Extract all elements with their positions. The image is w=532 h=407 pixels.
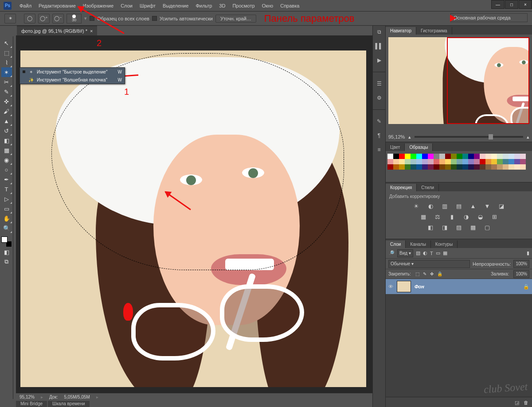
visibility-icon[interactable]: 👁 bbox=[388, 284, 393, 289]
adjustment-icon[interactable]: ⚖ bbox=[434, 213, 442, 220]
adjustment-icon[interactable]: ◒ bbox=[476, 213, 484, 220]
swatch[interactable] bbox=[514, 159, 520, 164]
lock-option-icon[interactable]: 🔒 bbox=[437, 271, 442, 276]
navigator-zoom-slider[interactable] bbox=[415, 136, 523, 138]
adjustment-icon[interactable]: ▩ bbox=[469, 224, 477, 231]
quick-mask-button[interactable]: ◧ bbox=[1, 247, 12, 257]
swatch[interactable] bbox=[411, 164, 416, 170]
swatch[interactable] bbox=[503, 159, 509, 164]
lock-option-icon[interactable]: ✥ bbox=[430, 271, 434, 276]
swatch[interactable] bbox=[416, 164, 422, 170]
swatch[interactable] bbox=[428, 164, 434, 170]
tool-marquee[interactable]: ⬚ bbox=[1, 48, 12, 58]
swatch[interactable] bbox=[474, 154, 480, 159]
swatch[interactable] bbox=[399, 164, 405, 170]
layer-filter-dropdown[interactable]: Вид ▾ bbox=[397, 249, 413, 257]
tool-shape[interactable]: ▭ bbox=[1, 204, 12, 213]
swatch[interactable] bbox=[474, 164, 480, 170]
selection-sub-button[interactable]: ◯⁻ bbox=[52, 14, 64, 23]
menu-файл[interactable]: Файл bbox=[16, 0, 35, 12]
swatch[interactable] bbox=[462, 164, 468, 170]
menu-фильтр[interactable]: Фильтр bbox=[192, 0, 215, 12]
adjustment-icon[interactable]: ⊞ bbox=[490, 213, 498, 220]
document-canvas[interactable] bbox=[20, 50, 366, 387]
swatch[interactable] bbox=[416, 159, 422, 164]
swatch[interactable] bbox=[411, 154, 416, 159]
adjustment-icon[interactable]: ☀ bbox=[412, 202, 420, 209]
swatch[interactable] bbox=[514, 154, 520, 159]
filter-type-icon[interactable]: T bbox=[430, 251, 433, 256]
opacity-input[interactable]: 100% bbox=[513, 260, 529, 268]
selection-new-button[interactable]: ◯ bbox=[24, 14, 35, 23]
fill-input[interactable]: 100% bbox=[513, 270, 529, 278]
tab-mini-bridge[interactable]: Mini Bridge bbox=[16, 401, 47, 407]
swatch[interactable] bbox=[474, 159, 480, 164]
adjustment-icon[interactable]: ◧ bbox=[426, 224, 434, 231]
filter-adjust-icon[interactable]: ◐ bbox=[423, 250, 427, 256]
tool-pen[interactable]: ✒ bbox=[1, 174, 12, 184]
swatch[interactable] bbox=[451, 154, 457, 159]
tab-navigator[interactable]: Навигатор bbox=[386, 27, 416, 35]
filter-smart-icon[interactable]: ▦ bbox=[443, 250, 447, 256]
swatch[interactable] bbox=[439, 159, 445, 164]
dock-icon-4[interactable]: ⚙ bbox=[375, 94, 383, 101]
swatch[interactable] bbox=[416, 154, 422, 159]
tool-move[interactable]: ↖ bbox=[1, 38, 12, 48]
swatch[interactable] bbox=[503, 164, 509, 170]
menu-3d[interactable]: 3D bbox=[215, 0, 229, 12]
navigator-zoom[interactable]: 95,12% bbox=[388, 134, 405, 140]
filter-toggle[interactable]: ▮ bbox=[527, 250, 529, 256]
swatch[interactable] bbox=[480, 159, 485, 164]
swatch[interactable] bbox=[428, 154, 434, 159]
adjustment-icon[interactable]: ◐ bbox=[426, 202, 434, 209]
swatch[interactable] bbox=[405, 154, 411, 159]
tab-histogram[interactable]: Гистограмма bbox=[416, 27, 452, 35]
tool-blur[interactable]: ◉ bbox=[1, 155, 12, 165]
swatch[interactable] bbox=[503, 154, 509, 159]
tool-eyedropper[interactable]: ✎ bbox=[1, 87, 12, 97]
swatch[interactable] bbox=[514, 164, 520, 170]
swatch[interactable] bbox=[491, 164, 497, 170]
document-tab[interactable]: фото.jpg @ 95,1% (RGB/8#) * × bbox=[17, 26, 97, 35]
swatch[interactable] bbox=[457, 159, 462, 164]
layer-name[interactable]: Фон bbox=[415, 284, 424, 289]
swatch[interactable] bbox=[393, 164, 399, 170]
swatch[interactable] bbox=[399, 159, 405, 164]
dock-icon-5[interactable]: ✎ bbox=[375, 118, 383, 125]
menu-справка[interactable]: Справка bbox=[277, 0, 303, 12]
swatch[interactable] bbox=[439, 164, 445, 170]
dock-icon-2[interactable]: ▶ bbox=[375, 57, 383, 64]
swatch[interactable] bbox=[520, 159, 526, 164]
adjustment-icon[interactable]: ▢ bbox=[483, 224, 491, 231]
menu-изображение[interactable]: Изображение bbox=[79, 0, 117, 12]
swatch[interactable] bbox=[497, 154, 503, 159]
swatch[interactable] bbox=[462, 159, 468, 164]
flyout-quick-select[interactable]: ✶ Инструмент "Быстрое выделение" W bbox=[20, 68, 125, 76]
tab-adjustments[interactable]: Коррекция bbox=[386, 184, 417, 191]
tool-preset-button[interactable]: ✶ bbox=[4, 14, 16, 23]
zoom-in-icon[interactable]: ▴ bbox=[527, 134, 529, 140]
tool-dodge[interactable]: ○ bbox=[1, 165, 12, 174]
swatch[interactable] bbox=[520, 164, 526, 170]
tool-gradient[interactable]: ▦ bbox=[1, 145, 12, 155]
min-button[interactable]: — bbox=[491, 0, 505, 9]
filter-shape-icon[interactable]: ▭ bbox=[436, 250, 440, 256]
swatch[interactable] bbox=[445, 159, 451, 164]
swatch[interactable] bbox=[451, 159, 457, 164]
swatch[interactable] bbox=[411, 159, 416, 164]
swatch[interactable] bbox=[480, 164, 485, 170]
tab-timeline[interactable]: Шкала времени bbox=[48, 401, 89, 407]
tool-hand[interactable]: ✋ bbox=[1, 213, 12, 223]
lock-option-icon[interactable]: ✎ bbox=[423, 271, 426, 276]
swatch[interactable] bbox=[434, 154, 439, 159]
swatch[interactable] bbox=[422, 164, 428, 170]
swatch[interactable] bbox=[462, 154, 468, 159]
selection-add-button[interactable]: ◯⁺ bbox=[38, 14, 50, 23]
swatch[interactable] bbox=[468, 159, 474, 164]
dock-icon-7[interactable]: ≡ bbox=[375, 146, 383, 153]
swatch[interactable] bbox=[422, 154, 428, 159]
swatch[interactable] bbox=[485, 159, 491, 164]
adjustment-icon[interactable]: ▼ bbox=[483, 202, 491, 209]
adjustment-icon[interactable]: ▥ bbox=[441, 202, 449, 209]
corr-foot-trash-icon[interactable]: 🗑 bbox=[524, 400, 528, 405]
